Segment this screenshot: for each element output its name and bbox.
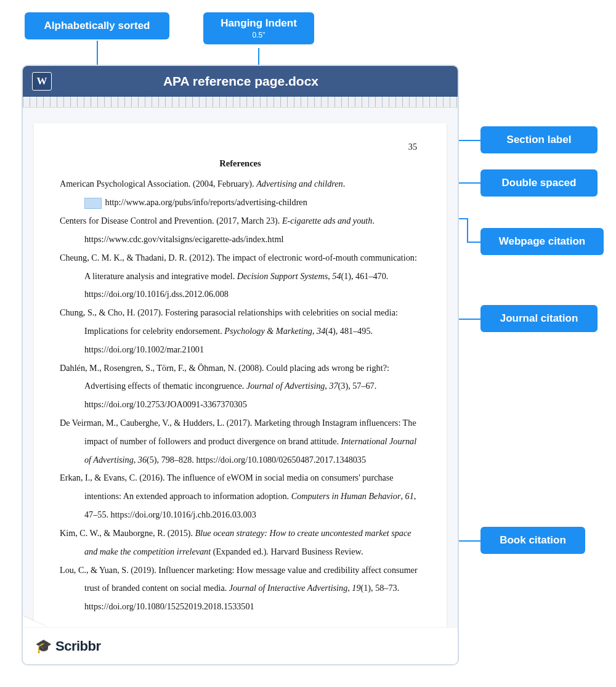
journal-citation-callout: Journal citation (480, 305, 598, 332)
scribbr-logo: 🎓 Scribbr (35, 638, 101, 654)
reference-entry: Cheung, C. M. K., & Thadani, D. R. (2012… (60, 249, 421, 304)
ref-text: Centers for Disease Control and Preventi… (60, 216, 282, 226)
ref-text: , (400, 491, 405, 501)
ref-text: American Psychological Association. (200… (60, 179, 256, 189)
double-spaced-callout: Double spaced (480, 169, 598, 197)
ref-italic: 54 (332, 271, 341, 281)
ref-italic: E-cigarette ads and youth (282, 216, 372, 226)
page-number: 35 (408, 138, 417, 157)
hanging-indent-label: Hanging Indent (216, 17, 302, 30)
hanging-indent-sub: 0.5" (216, 31, 302, 39)
section-label-callout: Section label (480, 126, 598, 153)
hanging-indent-callout: Hanging Indent 0.5" (203, 12, 314, 44)
connector-line (467, 242, 480, 243)
ref-text: Kim, C. W., & Mauborgne, R. (2015). (60, 528, 195, 538)
ref-italic: Psychology & Marketing (224, 326, 312, 336)
page-fold (23, 616, 47, 627)
ref-italic: Advertising and children (256, 179, 343, 189)
ref-italic: 19 (352, 583, 360, 593)
reference-entry: Erkan, I., & Evans, C. (2016). The influ… (60, 469, 421, 524)
ref-text: . (343, 179, 346, 189)
ref-italic: Journal of Advertising (246, 381, 325, 391)
document-page: 35 References American Psychological Ass… (34, 123, 447, 665)
reference-entry: American Psychological Association. (200… (60, 175, 421, 212)
webpage-citation-callout: Webpage citation (480, 228, 604, 255)
ref-text: , (312, 326, 317, 336)
ref-text: (Expanded ed.). Harvard Business Review. (211, 547, 363, 556)
references-heading: References (60, 154, 421, 173)
connector-line (467, 218, 468, 242)
ref-italic: Journal of Interactive Advertising (229, 583, 347, 593)
ref-italic: 36 (138, 455, 147, 465)
document-title: APA reference page.docx (52, 74, 430, 89)
reference-entry: Kim, C. W., & Mauborgne, R. (2015). Blue… (60, 524, 421, 561)
ref-italic: Decision Support Systems (237, 271, 328, 281)
word-icon: W (32, 72, 52, 91)
ref-url: http://www.apa.org/pubs/info/reports/adv… (105, 197, 307, 207)
ruler (23, 97, 458, 108)
indent-highlight-box (84, 198, 102, 209)
ref-text: , (134, 455, 138, 465)
document-frame: W APA reference page.docx 35 References … (22, 65, 459, 665)
ref-text: (5), 798–828. https://doi.org/10.1080/02… (147, 455, 366, 465)
graduation-cap-icon: 🎓 (35, 638, 52, 654)
logo-text: Scribbr (55, 638, 101, 654)
document-header: W APA reference page.docx (23, 66, 458, 97)
reference-entry: De Veirman, M., Cauberghe, V., & Hudders… (60, 414, 421, 469)
ref-url: https://www.cdc.gov/vitalsigns/ecigarett… (84, 234, 283, 244)
reference-entry: Dahlén, M., Rosengren, S., Törn, F., & Ö… (60, 359, 421, 414)
alpha-sorted-callout: Alphabetically sorted (25, 12, 169, 39)
reference-entry: Lou, C., & Yuan, S. (2019). Influencer m… (60, 561, 421, 616)
ref-italic: Computers in Human Behavior (291, 491, 401, 501)
book-citation-callout: Book citation (480, 527, 585, 554)
connector-line (456, 540, 480, 542)
logo-area: 🎓 Scribbr (23, 627, 458, 664)
ref-italic: 37 (329, 381, 338, 391)
reference-entry: Chung, S., & Cho, H. (2017). Fostering p… (60, 304, 421, 359)
ref-text: . (372, 216, 375, 226)
reference-entry: Centers for Disease Control and Preventi… (60, 212, 421, 249)
ref-italic: 34 (317, 326, 325, 336)
ref-italic: 61 (405, 491, 414, 501)
